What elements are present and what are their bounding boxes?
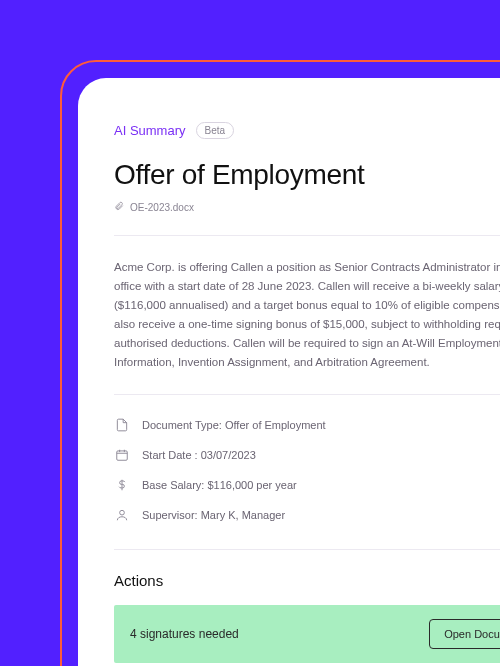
svg-rect-0 <box>117 451 128 460</box>
file-name: OE-2023.docx <box>130 202 194 213</box>
signatures-needed-text: 4 signatures needed <box>130 627 239 641</box>
actions-heading: Actions <box>114 572 500 589</box>
calendar-icon <box>114 447 130 463</box>
divider <box>114 235 500 236</box>
divider <box>114 394 500 395</box>
meta-start-date: Start Date : 03/07/2023 <box>114 447 500 463</box>
meta-doc-type: Document Type: Offer of Employment <box>114 417 500 433</box>
paperclip-icon <box>114 201 124 213</box>
beta-badge: Beta <box>196 122 235 139</box>
dollar-icon <box>114 477 130 493</box>
meta-supervisor: Supervisor: Mary K, Manager <box>114 507 500 523</box>
action-banner: 4 signatures needed Open Docum <box>114 605 500 663</box>
open-document-button[interactable]: Open Docum <box>429 619 500 649</box>
document-icon <box>114 417 130 433</box>
document-card: AI Summary Beta Offer of Employment OE-2… <box>78 78 500 666</box>
ai-summary-label: AI Summary <box>114 123 186 138</box>
ai-summary-row: AI Summary Beta <box>114 122 500 139</box>
meta-list: Document Type: Offer of Employment Start… <box>114 417 500 523</box>
meta-start-date-text: Start Date : 03/07/2023 <box>142 449 256 461</box>
page-title: Offer of Employment <box>114 159 500 191</box>
meta-doc-type-text: Document Type: Offer of Employment <box>142 419 326 431</box>
meta-base-salary: Base Salary: $116,000 per year <box>114 477 500 493</box>
summary-body: Acme Corp. is offering Callen a position… <box>114 258 500 372</box>
person-icon <box>114 507 130 523</box>
meta-base-salary-text: Base Salary: $116,000 per year <box>142 479 297 491</box>
svg-point-1 <box>120 510 125 515</box>
file-attachment[interactable]: OE-2023.docx <box>114 201 500 213</box>
meta-supervisor-text: Supervisor: Mary K, Manager <box>142 509 285 521</box>
divider <box>114 549 500 550</box>
